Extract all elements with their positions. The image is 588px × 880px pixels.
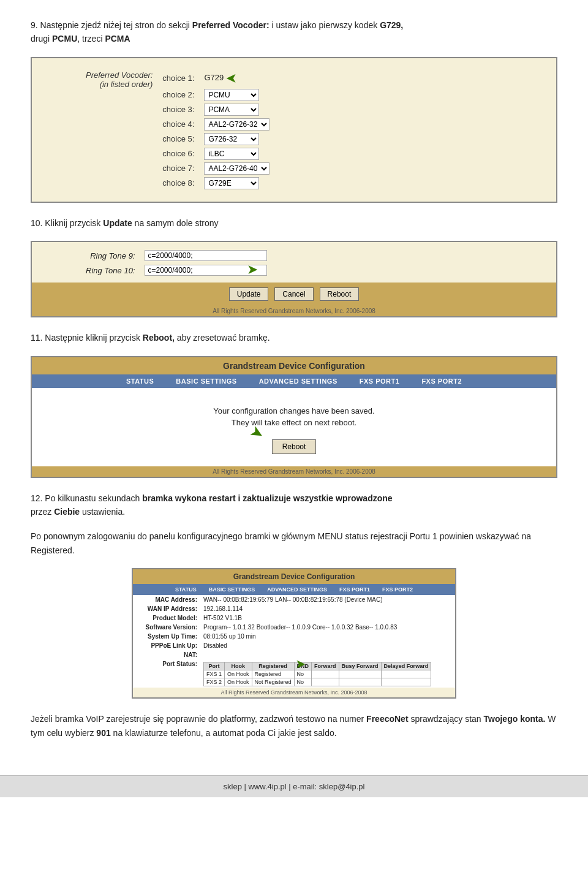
port-th-port: Port bbox=[204, 662, 225, 670]
reboot-button[interactable]: Reboot bbox=[320, 287, 360, 301]
cancel-button[interactable]: Cancel bbox=[274, 287, 313, 301]
status-port-value: Port Hook Registered ➤ DND Forward Busy … bbox=[200, 659, 455, 688]
status-pppoe-label: PPPoE Link Up: bbox=[133, 641, 200, 650]
status-mac-label: MAC Address: bbox=[133, 595, 200, 604]
status-nav-basic[interactable]: BASIC SETTINGS bbox=[203, 584, 262, 595]
port-fxs1-hook: On Hook bbox=[225, 670, 252, 678]
step10-text: 10. Kliknij przycisk Update na samym dol… bbox=[31, 216, 557, 230]
status-wan-value: 192.168.1.114 bbox=[200, 604, 455, 613]
vocoder-select4[interactable]: AAL2-G726-32 bbox=[204, 118, 270, 131]
port-th-forward: Forward bbox=[312, 662, 339, 670]
step9-bold4: PCMA bbox=[105, 34, 130, 44]
main-content: 9. Następnie zjedź niżej tej stron do se… bbox=[0, 0, 588, 763]
vocoder-choice8-value: G729E bbox=[199, 176, 274, 191]
step10-before: 10. Kliknij przycisk bbox=[31, 218, 103, 228]
step11-text: 11. Następnie kliknij przycisk Reboot, a… bbox=[31, 331, 557, 344]
gdc-body-line1: Your configuration changes have been sav… bbox=[44, 406, 544, 415]
ringtone-footer-rights: All Rights Reserved Grandstream Networks… bbox=[32, 306, 556, 316]
step10-end: na samym dole strony bbox=[132, 218, 219, 228]
jezeli-bold2: Twojego konta. bbox=[484, 714, 546, 724]
vocoder-choice4-label: choice 4: bbox=[157, 117, 199, 132]
status-wan-row: WAN IP Address: 192.168.1.114 bbox=[133, 604, 455, 613]
gdc-nav-advanced[interactable]: ADVANCED SETTINGS bbox=[248, 374, 349, 388]
status-port-row: Port Status: Port Hook Registered ➤ DND … bbox=[133, 659, 455, 688]
vocoder-table: Preferred Vocoder: (in listed order) cho… bbox=[81, 69, 274, 191]
vocoder-choice8-label: choice 8: bbox=[157, 176, 199, 191]
port-fxs1-delayed bbox=[381, 670, 431, 678]
gdc-nav-basic[interactable]: BASIC SETTINGS bbox=[165, 374, 247, 388]
step12-text: 12. Po kilkunastu sekundach bramka wykon… bbox=[31, 491, 557, 519]
status-uptime-row: System Up Time: 08:01:55 up 10 min bbox=[133, 632, 455, 641]
gdc-screenshot: Grandstream Device Configuration STATUS … bbox=[31, 356, 557, 478]
vocoder-select5[interactable]: G726-32 bbox=[204, 133, 259, 145]
vocoder-choice5-value: G726-32 bbox=[199, 132, 274, 146]
vocoder-choice3-label: choice 3: bbox=[157, 102, 199, 117]
step11-end: aby zresetować bramkę. bbox=[175, 333, 270, 343]
status-pppoe-value: Disabled bbox=[200, 641, 455, 650]
port-th-registered: Registered ➤ bbox=[252, 662, 294, 670]
status-screenshot: Grandstream Device Configuration STATUS … bbox=[132, 568, 456, 699]
vocoder-select6[interactable]: iLBC bbox=[204, 148, 259, 160]
gdc-nav-status[interactable]: STATUS bbox=[115, 374, 165, 388]
vocoder-select2[interactable]: PCMU bbox=[204, 89, 259, 101]
status-nav-fxs1[interactable]: FXS PORT1 bbox=[333, 584, 376, 595]
port-th-hook: Hook bbox=[225, 662, 252, 670]
port-fxs2-dnd: No bbox=[294, 678, 312, 686]
status-nav-status[interactable]: STATUS bbox=[169, 584, 203, 595]
step9-bold1: Preferred Vocoder: bbox=[192, 20, 270, 30]
port-fxs1-dnd: No bbox=[294, 670, 312, 678]
footer-text: sklep | www.4ip.pl | e-mail: sklep@4ip.p… bbox=[224, 782, 365, 791]
update-button[interactable]: Update bbox=[229, 287, 269, 301]
vocoder-choice7-label: choice 7: bbox=[157, 161, 199, 176]
vocoder-select8[interactable]: G729E bbox=[204, 177, 259, 189]
status-mac-value: WAN-- 00:0B:82:19:65:79 LAN-- 00:0B:82:1… bbox=[200, 595, 455, 604]
port-fxs1-port: FXS 1 bbox=[204, 670, 225, 678]
status-sw-label: Software Version: bbox=[133, 623, 200, 632]
gdc-reboot-button[interactable]: Reboot bbox=[272, 439, 317, 454]
status-sw-value: Program-- 1.0.1.32 Bootloader-- 1.0.0.9 … bbox=[200, 623, 455, 632]
status-uptime-label: System Up Time: bbox=[133, 632, 200, 641]
step9-end: , trzeci bbox=[77, 34, 105, 44]
jezeli-bold3: 901 bbox=[96, 728, 110, 738]
step9-text: 9. Następnie zjedź niżej tej stron do se… bbox=[31, 18, 557, 46]
status-nav-advanced[interactable]: ADVANCED SETTINGS bbox=[261, 584, 333, 595]
vocoder-choice6-label: choice 6: bbox=[157, 146, 199, 161]
ringtone-screenshot: Ring Tone 9: Ring Tone 10: ➤ Update Canc… bbox=[31, 241, 557, 317]
status-footer-rights: All Rights Reserved Grandstream Networks… bbox=[133, 688, 455, 697]
vocoder-choice4-value: AAL2-G726-32 bbox=[199, 117, 274, 132]
ringtone-row10: Ring Tone 10: ➤ bbox=[81, 263, 272, 278]
step11-before: 11. Następnie kliknij przycisk bbox=[31, 333, 143, 343]
ringtone10-label: Ring Tone 10: bbox=[81, 263, 140, 278]
step9-bold3: PCMU bbox=[52, 34, 77, 44]
vocoder-choice2-value: PCMU bbox=[199, 88, 274, 102]
vocoder-select7[interactable]: AAL2-G726-40 bbox=[204, 162, 270, 175]
vocoder-screenshot: Preferred Vocoder: (in listed order) cho… bbox=[31, 57, 557, 203]
port-th-delayed: Delayed Forward bbox=[381, 662, 431, 670]
gdc-nav-fxs2[interactable]: FXS PORT2 bbox=[410, 374, 473, 388]
page-footer: sklep | www.4ip.pl | e-mail: sklep@4ip.p… bbox=[0, 775, 588, 797]
jezeli-middle: sprawdzający stan bbox=[409, 714, 484, 724]
step9-bold2: G729, bbox=[380, 20, 403, 30]
vocoder-choice6-value: iLBC bbox=[199, 146, 274, 161]
vocoder-label: Preferred Vocoder: (in listed order) bbox=[81, 69, 157, 191]
vocoder-choice2-label: choice 2: bbox=[157, 88, 199, 102]
status-port-label: Port Status: bbox=[133, 659, 200, 688]
gdc-nav-fxs1[interactable]: FXS PORT1 bbox=[349, 374, 411, 388]
status-sw-row: Software Version: Program-- 1.0.1.32 Boo… bbox=[133, 623, 455, 632]
ringtone9-input[interactable] bbox=[145, 250, 267, 261]
ringtone9-value bbox=[140, 248, 272, 263]
vocoder-choice5-label: choice 5: bbox=[157, 132, 199, 146]
status-nav-fxs2[interactable]: FXS PORT2 bbox=[376, 584, 419, 595]
step12-bold2: Ciebie bbox=[54, 507, 80, 517]
port-fxs2-busy bbox=[339, 678, 381, 686]
vocoder-select3[interactable]: PCMA bbox=[204, 104, 259, 116]
step12-end: ustawienia. bbox=[80, 507, 125, 517]
status-model-label: Product Model: bbox=[133, 613, 200, 623]
vocoder-choice1-value: G729 ➤ bbox=[199, 69, 274, 88]
gdc-footer-rights: All Rights Reserved Grandstream Networks… bbox=[32, 466, 556, 477]
vocoder-arrow-icon: ➤ bbox=[226, 70, 237, 86]
gdc-nav: STATUS BASIC SETTINGS ADVANCED SETTINGS … bbox=[32, 374, 556, 388]
step10-bold: Update bbox=[103, 218, 132, 228]
ringtone-arrow-icon: ➤ bbox=[247, 262, 258, 278]
jezeli-bold1: FreecoNet bbox=[366, 714, 408, 724]
